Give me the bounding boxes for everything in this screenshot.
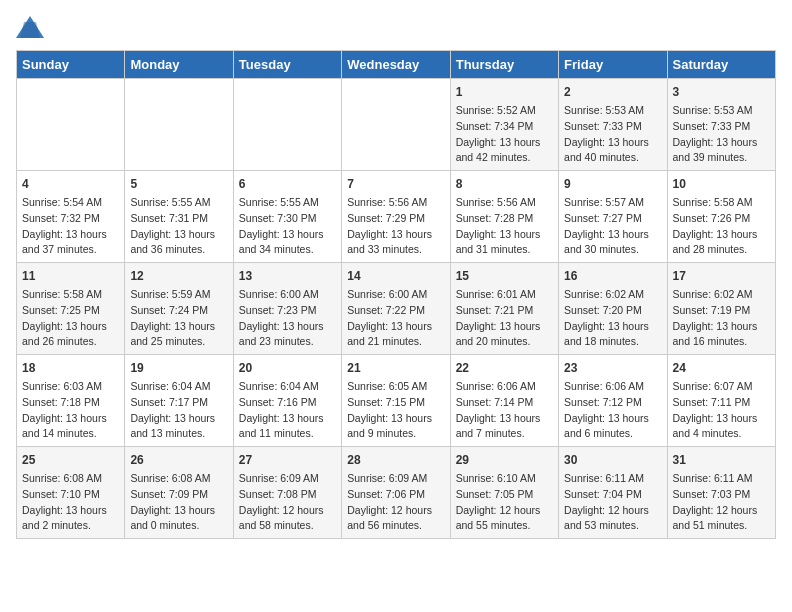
day-detail: and 33 minutes. (347, 242, 444, 258)
day-detail: and 30 minutes. (564, 242, 661, 258)
weekday-header-friday: Friday (559, 51, 667, 79)
day-detail: Sunset: 7:05 PM (456, 487, 553, 503)
day-detail: and 37 minutes. (22, 242, 119, 258)
day-detail: Sunrise: 5:56 AM (347, 195, 444, 211)
day-detail: Sunrise: 6:08 AM (130, 471, 227, 487)
day-detail: Sunset: 7:26 PM (673, 211, 770, 227)
logo-icon (16, 16, 44, 38)
day-number: 26 (130, 451, 227, 469)
day-detail: Daylight: 13 hours (130, 411, 227, 427)
calendar-cell: 19Sunrise: 6:04 AMSunset: 7:17 PMDayligh… (125, 355, 233, 447)
day-number: 5 (130, 175, 227, 193)
day-detail: Sunset: 7:10 PM (22, 487, 119, 503)
calendar-cell: 3Sunrise: 5:53 AMSunset: 7:33 PMDaylight… (667, 79, 775, 171)
day-detail: Daylight: 13 hours (564, 227, 661, 243)
day-detail: Sunset: 7:04 PM (564, 487, 661, 503)
day-detail: and 23 minutes. (239, 334, 336, 350)
day-detail: Sunset: 7:23 PM (239, 303, 336, 319)
day-detail: Daylight: 13 hours (347, 319, 444, 335)
day-detail: Sunset: 7:18 PM (22, 395, 119, 411)
day-detail: Sunset: 7:11 PM (673, 395, 770, 411)
day-detail: Sunset: 7:12 PM (564, 395, 661, 411)
day-detail: Sunset: 7:06 PM (347, 487, 444, 503)
day-detail: Sunrise: 5:58 AM (22, 287, 119, 303)
day-detail: Sunrise: 6:11 AM (564, 471, 661, 487)
day-detail: and 11 minutes. (239, 426, 336, 442)
calendar-cell: 5Sunrise: 5:55 AMSunset: 7:31 PMDaylight… (125, 171, 233, 263)
day-detail: Daylight: 13 hours (239, 319, 336, 335)
calendar-cell: 24Sunrise: 6:07 AMSunset: 7:11 PMDayligh… (667, 355, 775, 447)
weekday-header-wednesday: Wednesday (342, 51, 450, 79)
calendar-cell: 4Sunrise: 5:54 AMSunset: 7:32 PMDaylight… (17, 171, 125, 263)
day-detail: Sunrise: 5:53 AM (564, 103, 661, 119)
day-detail: and 26 minutes. (22, 334, 119, 350)
day-detail: and 2 minutes. (22, 518, 119, 534)
day-detail: Sunset: 7:28 PM (456, 211, 553, 227)
day-detail: Sunrise: 6:01 AM (456, 287, 553, 303)
day-detail: Sunset: 7:21 PM (456, 303, 553, 319)
day-detail: Daylight: 13 hours (22, 319, 119, 335)
day-number: 13 (239, 267, 336, 285)
day-number: 24 (673, 359, 770, 377)
calendar-table: SundayMondayTuesdayWednesdayThursdayFrid… (16, 50, 776, 539)
calendar-cell: 11Sunrise: 5:58 AMSunset: 7:25 PMDayligh… (17, 263, 125, 355)
calendar-cell: 12Sunrise: 5:59 AMSunset: 7:24 PMDayligh… (125, 263, 233, 355)
calendar-cell: 29Sunrise: 6:10 AMSunset: 7:05 PMDayligh… (450, 447, 558, 539)
day-number: 12 (130, 267, 227, 285)
day-detail: and 51 minutes. (673, 518, 770, 534)
calendar-cell: 26Sunrise: 6:08 AMSunset: 7:09 PMDayligh… (125, 447, 233, 539)
day-number: 20 (239, 359, 336, 377)
day-detail: and 7 minutes. (456, 426, 553, 442)
day-number: 17 (673, 267, 770, 285)
day-detail: Sunset: 7:29 PM (347, 211, 444, 227)
day-detail: Sunset: 7:09 PM (130, 487, 227, 503)
day-detail: and 0 minutes. (130, 518, 227, 534)
day-detail: Daylight: 13 hours (456, 411, 553, 427)
calendar-cell: 25Sunrise: 6:08 AMSunset: 7:10 PMDayligh… (17, 447, 125, 539)
calendar-cell: 6Sunrise: 5:55 AMSunset: 7:30 PMDaylight… (233, 171, 341, 263)
day-detail: Daylight: 13 hours (564, 135, 661, 151)
day-detail: and 28 minutes. (673, 242, 770, 258)
day-detail: and 36 minutes. (130, 242, 227, 258)
day-detail: and 18 minutes. (564, 334, 661, 350)
day-number: 7 (347, 175, 444, 193)
day-number: 4 (22, 175, 119, 193)
calendar-cell: 21Sunrise: 6:05 AMSunset: 7:15 PMDayligh… (342, 355, 450, 447)
day-detail: Sunrise: 5:58 AM (673, 195, 770, 211)
day-number: 14 (347, 267, 444, 285)
day-detail: Daylight: 13 hours (673, 135, 770, 151)
calendar-week-2: 4Sunrise: 5:54 AMSunset: 7:32 PMDaylight… (17, 171, 776, 263)
calendar-cell: 27Sunrise: 6:09 AMSunset: 7:08 PMDayligh… (233, 447, 341, 539)
day-detail: Daylight: 13 hours (673, 411, 770, 427)
day-number: 22 (456, 359, 553, 377)
day-detail: and 31 minutes. (456, 242, 553, 258)
day-number: 27 (239, 451, 336, 469)
weekday-header-thursday: Thursday (450, 51, 558, 79)
day-number: 19 (130, 359, 227, 377)
day-detail: Sunset: 7:34 PM (456, 119, 553, 135)
day-detail: Sunrise: 6:09 AM (239, 471, 336, 487)
day-number: 25 (22, 451, 119, 469)
day-detail: Sunset: 7:30 PM (239, 211, 336, 227)
calendar-cell: 30Sunrise: 6:11 AMSunset: 7:04 PMDayligh… (559, 447, 667, 539)
calendar-cell: 7Sunrise: 5:56 AMSunset: 7:29 PMDaylight… (342, 171, 450, 263)
day-detail: and 4 minutes. (673, 426, 770, 442)
calendar-cell: 14Sunrise: 6:00 AMSunset: 7:22 PMDayligh… (342, 263, 450, 355)
calendar-cell: 22Sunrise: 6:06 AMSunset: 7:14 PMDayligh… (450, 355, 558, 447)
day-detail: Sunrise: 6:06 AM (456, 379, 553, 395)
day-detail: and 25 minutes. (130, 334, 227, 350)
day-number: 31 (673, 451, 770, 469)
day-detail: Sunset: 7:08 PM (239, 487, 336, 503)
calendar-week-3: 11Sunrise: 5:58 AMSunset: 7:25 PMDayligh… (17, 263, 776, 355)
day-detail: and 16 minutes. (673, 334, 770, 350)
calendar-cell: 13Sunrise: 6:00 AMSunset: 7:23 PMDayligh… (233, 263, 341, 355)
day-detail: Sunset: 7:03 PM (673, 487, 770, 503)
day-detail: Sunset: 7:33 PM (564, 119, 661, 135)
calendar-cell: 16Sunrise: 6:02 AMSunset: 7:20 PMDayligh… (559, 263, 667, 355)
day-detail: Daylight: 13 hours (239, 411, 336, 427)
day-number: 21 (347, 359, 444, 377)
calendar-cell: 23Sunrise: 6:06 AMSunset: 7:12 PMDayligh… (559, 355, 667, 447)
weekday-header-saturday: Saturday (667, 51, 775, 79)
day-detail: Daylight: 13 hours (673, 227, 770, 243)
day-detail: and 53 minutes. (564, 518, 661, 534)
